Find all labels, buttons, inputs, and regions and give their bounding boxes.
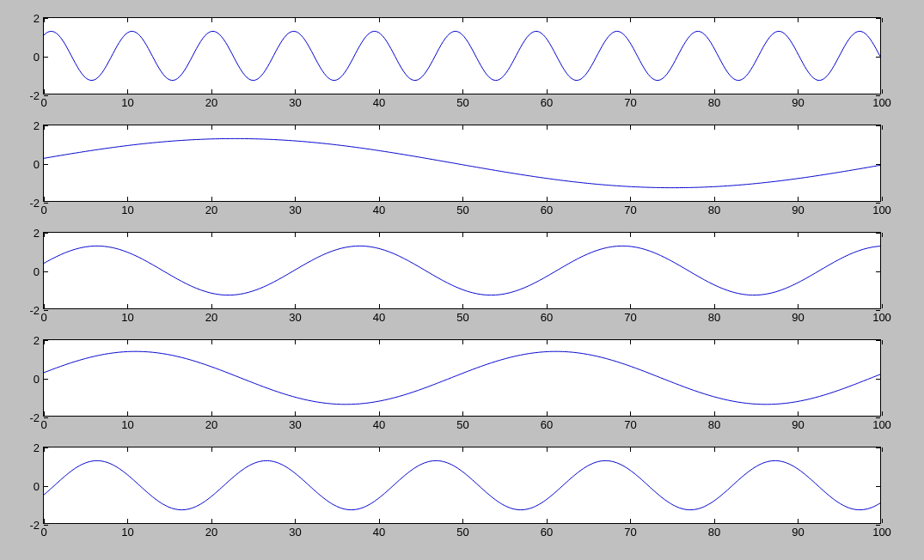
y-tick [44,203,48,204]
x-tick-label: 90 [792,204,804,216]
x-tick-label: 50 [456,526,468,539]
y-tick-label: -2 [29,197,40,210]
y-tick-label: 2 [34,441,40,454]
x-tick-label: 10 [121,96,133,109]
y-tick [44,310,48,311]
x-tick-label: 70 [624,311,636,324]
x-tick-label: 60 [541,526,553,539]
line-series-5 [44,447,880,523]
x-tick-label: 100 [872,96,891,109]
x-tick-label: 50 [456,418,468,431]
x-tick-label: 10 [121,418,133,431]
x-tick-label: 30 [289,311,301,324]
x-tick-label: 20 [205,311,217,324]
line-series-1 [44,18,880,94]
x-tick-label: 40 [373,204,385,216]
x-tick-label: 80 [708,204,720,216]
x-tick-label: 60 [541,96,553,109]
y-tick [876,95,880,96]
x-tick-label: 50 [456,311,468,324]
matlab-figure: 0102030405060708090100-20201020304050607… [0,0,924,560]
x-tick-label: 70 [624,204,636,216]
x-tick-label: 70 [624,418,636,431]
y-tick-label: -2 [29,304,40,317]
y-tick [876,203,880,204]
line-series-4 [44,340,880,416]
x-tick [882,89,883,94]
x-tick-label: 20 [205,204,217,216]
y-tick-label: -2 [29,89,40,102]
x-tick [882,18,883,22]
x-tick-label: 100 [872,204,891,216]
x-tick [882,519,883,523]
y-tick [876,310,880,311]
x-tick-label: 60 [541,204,553,216]
x-tick-label: 0 [40,204,46,216]
x-tick-label: 90 [792,96,804,109]
x-tick-label: 100 [872,311,891,324]
x-tick-label: 0 [40,418,46,431]
y-tick-label: 0 [34,373,40,386]
y-tick [44,95,48,96]
x-tick-label: 70 [624,96,636,109]
x-tick-label: 30 [289,418,301,431]
x-tick-label: 50 [456,204,468,216]
axes-4: 0102030405060708090100-202 [43,339,881,417]
x-tick-label: 90 [792,526,804,539]
y-tick [44,525,48,526]
x-tick-label: 20 [205,418,217,431]
x-tick [882,447,883,452]
x-tick-label: 80 [708,96,720,109]
x-tick-label: 30 [289,526,301,539]
x-tick-label: 10 [121,526,133,539]
line-series-2 [44,125,880,201]
axes-3: 0102030405060708090100-202 [43,232,881,309]
y-tick [876,525,880,526]
x-tick [882,233,883,237]
y-tick-label: -2 [29,519,40,532]
x-tick-label: 40 [373,418,385,431]
x-tick-label: 30 [289,96,301,109]
x-tick [882,340,883,344]
x-tick-label: 60 [541,418,553,431]
x-tick-label: 100 [872,418,891,431]
axes-5: 0102030405060708090100-202 [43,447,881,524]
y-tick-label: 2 [34,12,40,25]
y-tick-label: 2 [34,119,40,132]
x-tick-label: 80 [708,526,720,539]
x-tick-label: 30 [289,204,301,216]
y-tick [44,417,48,418]
y-tick-label: 2 [34,227,40,240]
axes-2: 0102030405060708090100-202 [43,125,881,202]
x-tick-label: 20 [205,96,217,109]
x-tick-label: 100 [872,526,891,539]
y-tick [876,417,880,418]
x-tick-label: 80 [708,311,720,324]
x-tick-label: 10 [121,311,133,324]
y-tick-label: 0 [34,480,40,493]
x-tick-label: 50 [456,96,468,109]
line-series-3 [44,233,880,308]
x-tick-label: 40 [373,96,385,109]
y-tick-label: 0 [34,265,40,278]
x-tick [882,197,883,201]
axes-1: 0102030405060708090100-202 [43,17,881,94]
y-tick-label: -2 [29,411,40,424]
x-tick-label: 90 [792,418,804,431]
x-tick-label: 20 [205,526,217,539]
x-tick-label: 10 [121,204,133,216]
x-tick [882,411,883,416]
x-tick [882,304,883,308]
x-tick [882,125,883,130]
y-tick-label: 2 [34,334,40,347]
x-tick-label: 0 [40,311,46,324]
x-tick-label: 0 [40,96,46,109]
x-tick-label: 90 [792,311,804,324]
y-tick-label: 0 [34,51,40,64]
x-tick-label: 40 [373,526,385,539]
x-tick-label: 0 [40,526,46,539]
x-tick-label: 80 [708,418,720,431]
y-tick-label: 0 [34,158,40,171]
x-tick-label: 70 [624,526,636,539]
x-tick-label: 40 [373,311,385,324]
